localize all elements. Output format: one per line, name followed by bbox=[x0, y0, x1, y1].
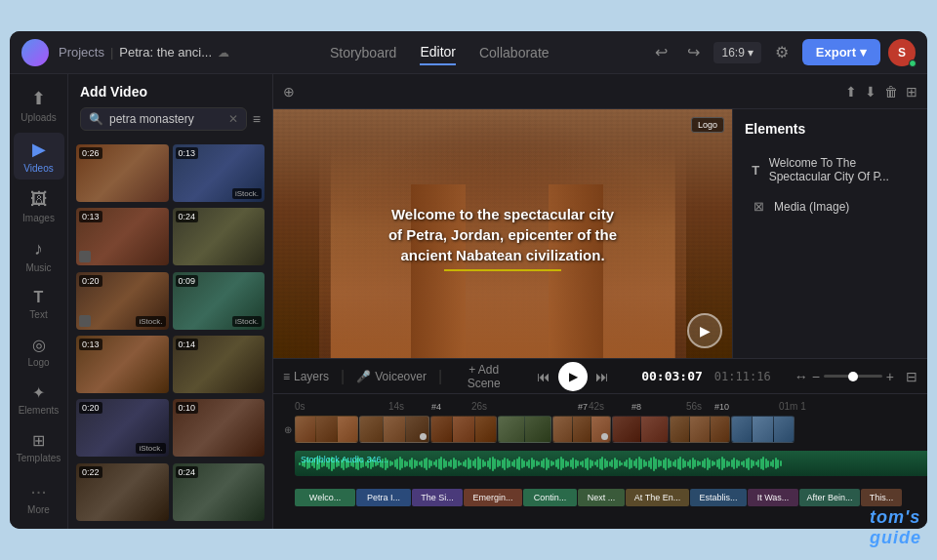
media-thumb-9[interactable]: 0:20 iStock. bbox=[76, 399, 169, 457]
caption-itwas[interactable]: It Was... bbox=[748, 489, 798, 506]
ruler-0s: 0s bbox=[295, 401, 306, 412]
download-tool-icon[interactable]: ⬇ bbox=[865, 84, 876, 100]
sidebar-item-images[interactable]: 🖼 Images bbox=[14, 183, 64, 229]
redo-button[interactable]: ↪ bbox=[681, 39, 706, 65]
media-grid: 0:26 0:13 iStock. 0:13 0:24 0:20 iStock bbox=[68, 139, 272, 529]
search-input[interactable] bbox=[109, 112, 223, 126]
nav-storyboard[interactable]: Storyboard bbox=[330, 41, 396, 64]
preview-area: ⊕ ⬆ ⬇ 🗑 ⊞ bbox=[273, 74, 927, 529]
breadcrumb: Projects | Petra: the anci... ☁ bbox=[59, 45, 229, 60]
zoom-out-minus[interactable]: − bbox=[812, 369, 820, 384]
voiceover-button[interactable]: 🎤 Voiceover bbox=[356, 370, 427, 383]
caption-welco[interactable]: Welco... bbox=[295, 489, 355, 506]
skip-back-button[interactable]: ⏮ bbox=[537, 369, 550, 384]
video-clip-1[interactable] bbox=[295, 416, 358, 443]
timeline-area: ≡ Layers | 🎤 Voiceover | + Add Scene ⏮ bbox=[273, 358, 927, 529]
search-row: 🔍 ✕ ≡ bbox=[80, 107, 261, 131]
caption-contin[interactable]: Contin... bbox=[523, 489, 577, 506]
media-thumb-7[interactable]: 0:13 bbox=[76, 336, 169, 393]
media-thumb-6[interactable]: 0:09 iStock. bbox=[173, 272, 265, 330]
upload-tool-icon[interactable]: ⬆ bbox=[845, 84, 857, 100]
sidebar-item-templates[interactable]: ⊞ Templates bbox=[14, 425, 64, 469]
sidebar-more[interactable]: ··· More bbox=[21, 474, 56, 521]
media-thumb-11[interactable]: 0:22 bbox=[76, 463, 169, 521]
caption-after[interactable]: After Bein... bbox=[799, 489, 860, 506]
thumb-source-6: iStock. bbox=[232, 316, 262, 327]
media-thumb-2[interactable]: 0:13 iStock. bbox=[173, 144, 265, 202]
sidebar-item-elements[interactable]: ✦ Elements bbox=[14, 378, 64, 421]
skip-forward-button[interactable]: ⏭ bbox=[595, 369, 609, 384]
add-scene-button-tl[interactable]: + Add Scene bbox=[454, 363, 513, 390]
ratio-button[interactable]: 16:9 ▾ bbox=[713, 42, 760, 63]
undo-button[interactable]: ↩ bbox=[649, 39, 673, 65]
media-thumb-8[interactable]: 0:14 bbox=[173, 336, 265, 393]
zoom-slider[interactable] bbox=[824, 375, 882, 378]
media-thumb-1[interactable]: 0:26 bbox=[76, 144, 169, 202]
logo-icon: ◎ bbox=[32, 336, 46, 354]
layers-button[interactable]: ≡ Layers bbox=[283, 370, 329, 383]
element-item-media[interactable]: ⊠ Media (Image) bbox=[745, 191, 916, 221]
preview-play-button[interactable]: ▶ bbox=[687, 313, 722, 348]
video-text-line2: of Petra, Jordan, epicenter of the bbox=[319, 224, 686, 245]
media-thumb-10[interactable]: 0:10 bbox=[173, 399, 265, 457]
caption-next[interactable]: Next ... bbox=[578, 489, 625, 506]
caption-aten[interactable]: At The En... bbox=[626, 489, 689, 506]
thumb-duration-3: 0:13 bbox=[79, 211, 102, 222]
caption-petra[interactable]: Petra I... bbox=[356, 489, 411, 506]
video-clip-2[interactable] bbox=[359, 416, 429, 443]
cursor-icon[interactable]: ⊕ bbox=[283, 84, 295, 100]
avatar-initials: S bbox=[898, 46, 906, 60]
sidebar-item-videos[interactable]: ▶ Videos bbox=[14, 133, 64, 180]
ruler-01m: 01m 1 bbox=[779, 401, 806, 412]
zoom-in-plus[interactable]: + bbox=[886, 369, 894, 384]
delete-tool-icon[interactable]: 🗑 bbox=[884, 84, 898, 100]
top-right: ↩ ↪ 16:9 ▾ ⚙ Export ▾ S bbox=[649, 39, 916, 66]
scene-badge-4: #4 bbox=[431, 402, 441, 412]
video-clip-5[interactable] bbox=[552, 416, 611, 443]
track-add-icon[interactable]: ⊕ bbox=[284, 424, 292, 435]
timeline-grid-icon[interactable]: ⊟ bbox=[906, 369, 917, 384]
ruler-14s: 14s bbox=[388, 401, 404, 412]
video-clip-4[interactable] bbox=[498, 416, 551, 443]
sidebar-label-videos: Videos bbox=[23, 163, 53, 174]
media-thumb-4[interactable]: 0:24 bbox=[173, 208, 265, 265]
thumb-duration-2: 0:13 bbox=[176, 147, 199, 159]
avatar[interactable]: S bbox=[888, 39, 916, 66]
search-clear-icon[interactable]: ✕ bbox=[228, 112, 238, 126]
export-button[interactable]: Export ▾ bbox=[802, 39, 880, 65]
media-thumb-5[interactable]: 0:20 iStock. bbox=[76, 272, 169, 330]
audio-track[interactable]: Stor|block Audio 346... bbox=[295, 451, 927, 476]
element-item-text[interactable]: T Welcome To The Spectacular City Of P..… bbox=[745, 148, 916, 191]
caption-emer[interactable]: Emergin... bbox=[464, 489, 522, 506]
thumb-duration-7: 0:13 bbox=[79, 339, 102, 350]
image-icon: 🖼 bbox=[30, 189, 48, 210]
caption-this[interactable]: This... bbox=[861, 489, 902, 506]
video-clip-8[interactable] bbox=[731, 416, 794, 443]
video-background: Welcome to the spectacular city of Petra… bbox=[273, 109, 732, 358]
play-pause-button[interactable]: ▶ bbox=[558, 362, 588, 391]
clip-dot-5 bbox=[601, 433, 608, 440]
video-clip-6[interactable] bbox=[612, 416, 669, 443]
thumb-duration-4: 0:24 bbox=[176, 211, 199, 222]
media-thumb-12[interactable]: 0:24 bbox=[173, 463, 265, 521]
media-panel: Add Video 🔍 ✕ ≡ 0:26 0:13 iStock bbox=[68, 74, 273, 529]
caption-estab[interactable]: Establis... bbox=[690, 489, 747, 506]
filter-icon[interactable]: ≡ bbox=[253, 111, 261, 127]
media-thumb-3[interactable]: 0:13 bbox=[76, 208, 169, 265]
sidebar-item-logo[interactable]: ◎ Logo bbox=[14, 330, 64, 374]
zoom-out-button[interactable]: ↔ bbox=[794, 369, 808, 384]
app-container: Projects | Petra: the anci... ☁ Storyboa… bbox=[10, 31, 927, 529]
ruler-56s: 56s bbox=[686, 401, 702, 412]
video-clip-3[interactable] bbox=[430, 416, 497, 443]
sidebar-item-text[interactable]: T Text bbox=[14, 283, 64, 326]
caption-si[interactable]: The Si... bbox=[412, 489, 463, 506]
text-icon: T bbox=[34, 289, 44, 306]
nav-collaborate[interactable]: Collaborate bbox=[479, 41, 550, 64]
sidebar-item-music[interactable]: ♪ Music bbox=[14, 233, 64, 279]
sidebar-item-uploads[interactable]: ⬆ Uploads bbox=[14, 82, 64, 129]
nav-editor[interactable]: Editor bbox=[420, 40, 456, 65]
settings-button[interactable]: ⚙ bbox=[769, 39, 794, 65]
grid-tool-icon[interactable]: ⊞ bbox=[906, 84, 917, 100]
video-clip-7[interactable] bbox=[670, 416, 730, 443]
breadcrumb-projects[interactable]: Projects bbox=[59, 45, 104, 60]
